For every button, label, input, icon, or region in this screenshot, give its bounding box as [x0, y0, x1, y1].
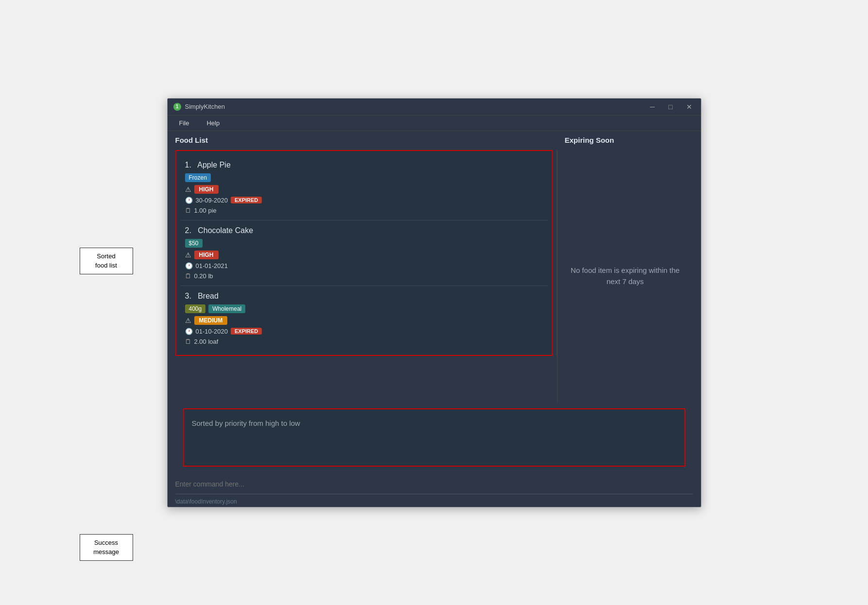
tags-row-3: 400g Wholemeal: [185, 304, 543, 313]
sorted-food-list-annotation: Sorted food list: [80, 248, 133, 274]
title-bar: 1 SimplyKitchen ─ □ ✕: [168, 99, 701, 116]
quantity-text-3: 2.00 loaf: [194, 338, 219, 345]
clock-icon-1: 🕐: [185, 197, 193, 204]
food-list-container[interactable]: 1. Apple Pie Frozen ⚠ HIGH 🕐 30-09-: [175, 150, 553, 356]
expiring-panel: No food item is expiring within the next…: [557, 150, 693, 403]
quantity-text-2: 0.20 lb: [194, 272, 213, 280]
panel-headers: Food List Expiring Soon: [168, 131, 701, 150]
food-list-header: Food List: [175, 136, 557, 144]
tag-type: Wholemeal: [208, 304, 245, 313]
date-row-2: 🕐 01-01-2021: [185, 262, 543, 269]
warning-icon-2: ⚠: [185, 251, 191, 259]
priority-row-3: ⚠ MEDIUM: [185, 316, 543, 325]
clock-icon-3: 🕐: [185, 328, 193, 335]
command-area: [168, 472, 701, 492]
maximize-button[interactable]: □: [665, 102, 675, 111]
warning-icon-1: ⚠: [185, 185, 191, 193]
expiring-header: Expiring Soon: [565, 136, 693, 144]
priority-row-1: ⚠ HIGH: [185, 185, 543, 194]
food-name-1: 1. Apple Pie: [185, 161, 543, 169]
app-icon: 1: [173, 103, 181, 111]
tags-row-1: Frozen: [185, 173, 543, 182]
quantity-icon-2: 🗒: [185, 272, 191, 280]
expired-badge-1: EXPIRED: [231, 197, 262, 203]
file-path: \data\foodInventory.json: [175, 498, 237, 505]
tag-frozen: Frozen: [185, 173, 211, 182]
expiring-message: No food item is expiring within the next…: [565, 265, 685, 287]
quantity-icon-3: 🗒: [185, 338, 191, 345]
food-item-apple-pie: 1. Apple Pie Frozen ⚠ HIGH 🕐 30-09-: [180, 155, 548, 220]
date-row-1: 🕐 30-09-2020 EXPIRED: [185, 197, 543, 204]
food-item-chocolate-cake: 2. Chocolate Cake $50 ⚠ HIGH 🕐 01-0: [180, 220, 548, 286]
quantity-row-3: 🗒 2.00 loaf: [185, 338, 543, 345]
menu-file[interactable]: File: [175, 118, 193, 129]
command-input[interactable]: [175, 478, 693, 490]
date-row-3: 🕐 01-10-2020 EXPIRED: [185, 328, 543, 335]
outer-wrapper: Sorted food list Success message 1 Simpl…: [167, 98, 701, 507]
quantity-text-1: 1.00 pie: [194, 207, 217, 214]
main-panels: 1. Apple Pie Frozen ⚠ HIGH 🕐 30-09-: [168, 150, 701, 408]
menu-bar: File Help: [168, 116, 701, 131]
tag-price: $50: [185, 239, 203, 248]
quantity-row-1: 🗒 1.00 pie: [185, 207, 543, 214]
food-name-2: 2. Chocolate Cake: [185, 226, 543, 235]
clock-icon-2: 🕐: [185, 262, 193, 269]
window-controls: ─ □ ✕: [647, 102, 695, 111]
command-divider: [175, 494, 693, 494]
status-bar: \data\foodInventory.json: [168, 496, 701, 507]
close-button[interactable]: ✕: [683, 102, 695, 111]
app-window: 1 SimplyKitchen ─ □ ✕ File Help Food Lis…: [167, 98, 701, 507]
success-text: Sorted by priority from high to low: [192, 419, 300, 427]
priority-row-2: ⚠ HIGH: [185, 251, 543, 259]
warning-icon-3: ⚠: [185, 317, 191, 324]
date-text-2: 01-01-2021: [196, 262, 228, 269]
tags-row-2: $50: [185, 239, 543, 248]
food-item-bread: 3. Bread 400g Wholemeal ⚠ MEDIUM 🕐: [180, 286, 548, 351]
date-text-3: 01-10-2020: [196, 328, 228, 335]
title-bar-left: 1 SimplyKitchen: [173, 103, 225, 111]
window-title: SimplyKitchen: [185, 103, 225, 110]
tag-weight: 400g: [185, 304, 206, 313]
date-text-1: 30-09-2020: [196, 197, 228, 204]
quantity-icon-1: 🗒: [185, 207, 191, 214]
menu-help[interactable]: Help: [203, 118, 223, 129]
success-area-wrapper: Sorted by priority from high to low: [168, 408, 701, 472]
priority-badge-1: HIGH: [194, 185, 219, 194]
priority-badge-3: MEDIUM: [194, 316, 228, 325]
quantity-row-2: 🗒 0.20 lb: [185, 272, 543, 280]
minimize-button[interactable]: ─: [647, 102, 658, 111]
food-name-3: 3. Bread: [185, 292, 543, 301]
priority-badge-2: HIGH: [194, 251, 219, 259]
expired-badge-3: EXPIRED: [231, 328, 262, 335]
food-list-panel: 1. Apple Pie Frozen ⚠ HIGH 🕐 30-09-: [175, 150, 557, 356]
success-message-area: Sorted by priority from high to low: [183, 408, 685, 467]
success-message-annotation: Success message: [80, 534, 133, 560]
